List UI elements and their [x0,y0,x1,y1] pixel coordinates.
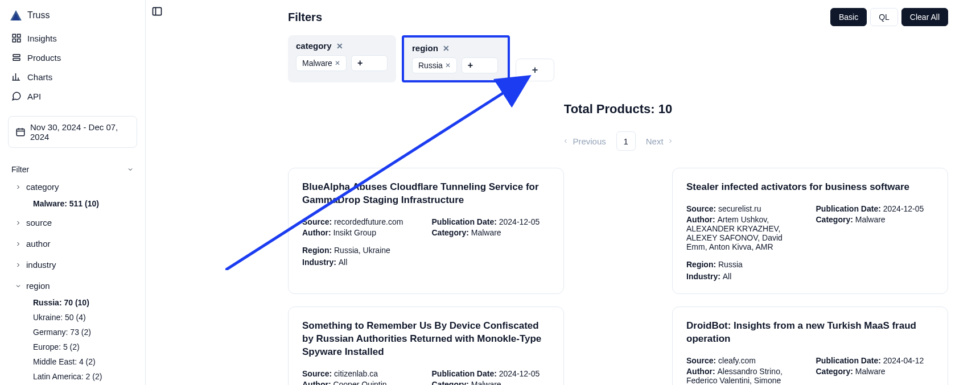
filter-leaf-region[interactable]: Latin America: 2 (2) [6,369,139,384]
region-label: region [26,281,50,291]
card-pubdate: Publication Date: 2024-04-12 [816,356,934,365]
calendar-icon [15,127,26,137]
filter-leaf-region[interactable]: Europe: 5 (2) [6,340,139,354]
card-pubdate: Publication Date: 2024-12-05 [432,369,550,378]
svg-rect-7 [13,59,20,61]
nav-label: Charts [27,72,52,82]
filter-group-region[interactable]: region [6,276,139,295]
filter-header-label: Filter [11,165,29,174]
filter-group-industry[interactable]: industry [6,255,139,274]
chevron-left-icon [562,138,569,144]
nav-label: API [27,92,41,101]
card-industry: Industry: All [302,258,550,267]
nav-label: Products [27,53,61,63]
logo-icon [10,10,22,20]
page-number[interactable]: 1 [616,131,636,151]
applied-filter-region: region ✕ Russia✕ + [402,35,510,82]
chip-name: category [296,41,332,51]
card-pubdate: Publication Date: 2024-12-05 [432,217,550,226]
filter-leaf-region[interactable]: Russia: 70 (10) [6,295,139,310]
chevron-right-icon [15,262,22,268]
product-card[interactable]: Something to Remember Us By Device Confi… [288,307,564,385]
filter-group-author[interactable]: author [6,234,139,253]
nav-charts[interactable]: Charts [6,67,139,86]
filter-group-source[interactable]: source [6,213,139,232]
product-card[interactable]: BlueAlpha Abuses Cloudflare Tunneling Se… [288,168,564,294]
nav-products[interactable]: Products [6,48,139,67]
card-author: Author: Cooper Quintin, Rebekah Brown, J… [302,380,421,385]
filter-leaf-region[interactable]: Germany: 73 (2) [6,325,139,340]
chevron-down-icon [15,283,22,289]
basic-button[interactable]: Basic [830,8,867,26]
svg-rect-3 [18,34,20,37]
sidebar: Truss Insights Products Charts API Nov 3… [0,0,146,385]
product-card[interactable]: DroidBot: Insights from a new Turkish Ma… [672,307,948,385]
card-title: BlueAlpha Abuses Cloudflare Tunneling Se… [302,181,550,207]
pagination: Previous 1 Next [288,131,948,151]
date-range-picker[interactable]: Nov 30, 2024 - Dec 07, 2024 [8,116,137,148]
card-region: Region: Russia [686,260,934,269]
add-filter-button[interactable]: + [516,59,554,81]
filter-header[interactable]: Filter [6,163,139,176]
filter-leaf-region[interactable]: Middle East: 4 (2) [6,354,139,369]
card-source: Source: securelist.ru [686,204,805,213]
chevron-right-icon [667,138,674,144]
nav-label: Insights [27,34,57,43]
card-author: Author: Artem Ushkov, ALEXANDER KRYAZHEV… [686,215,805,251]
brand: Truss [6,7,139,28]
bar-chart-icon [11,72,22,82]
svg-rect-16 [153,7,162,15]
card-region: Region: Russia, Ukraine [302,246,550,255]
remove-tag-icon[interactable]: ✕ [445,61,451,69]
panel-toggle-icon[interactable] [151,6,163,17]
remove-filter-icon[interactable]: ✕ [443,44,450,53]
card-industry: Industry: All [686,272,934,281]
chip-name: region [412,43,438,53]
card-source: Source: cleafy.com [686,356,805,365]
svg-rect-12 [17,129,24,136]
nav-insights[interactable]: Insights [6,28,139,48]
add-tag-button[interactable]: + [462,57,498,73]
grid-icon [11,33,22,43]
chevron-right-icon [15,241,22,247]
chip-tag[interactable]: Malware✕ [296,55,347,71]
nav-api[interactable]: API [6,86,139,106]
card-category: Category: Malware [432,380,550,385]
svg-rect-2 [13,34,15,37]
svg-rect-4 [13,39,15,42]
author-label: author [26,239,51,249]
chevron-right-icon [15,184,22,191]
add-tag-button[interactable]: + [351,55,388,71]
card-source: Source: recordedfuture.com [302,217,421,226]
remove-filter-icon[interactable]: ✕ [336,42,343,51]
industry-label: industry [26,260,56,270]
ql-button[interactable]: QL [870,8,898,26]
card-category: Category: Malware [432,228,550,237]
chevron-down-icon [127,166,134,173]
prev-button[interactable]: Previous [562,136,606,146]
card-title: Stealer infected activators for business… [686,181,934,194]
card-author: Author: Insikt Group [302,228,421,237]
total-products: Total Products: 10 [288,102,948,117]
filter-leaf-region[interactable]: Ukraine: 50 (4) [6,310,139,325]
card-category: Category: Malware [816,215,934,251]
clear-all-button[interactable]: Clear All [901,8,948,26]
next-button[interactable]: Next [646,136,674,146]
applied-filter-category: category ✕ Malware✕ + [288,35,396,82]
svg-rect-5 [18,39,20,42]
chevron-right-icon [15,220,22,226]
stack-icon [11,52,22,63]
card-category: Category: Malware [816,367,934,385]
card-title: Something to Remember Us By Device Confi… [302,320,550,359]
filter-leaf-malware[interactable]: Malware: 511 (10) [6,196,139,211]
card-author: Author: Alessandro Strino, Federico Vale… [686,367,805,385]
chip-tag[interactable]: Russia✕ [412,57,457,73]
card-title: DroidBot: Insights from a new Turkish Ma… [686,320,934,346]
main: Filters Basic QL Clear All category ✕ Ma… [146,0,980,385]
svg-rect-6 [13,55,20,57]
category-label: category [26,182,59,192]
filter-group-category[interactable]: category [6,177,139,196]
card-source: Source: citizenlab.ca [302,369,421,378]
product-card[interactable]: Stealer infected activators for business… [672,168,948,294]
remove-tag-icon[interactable]: ✕ [335,59,340,67]
